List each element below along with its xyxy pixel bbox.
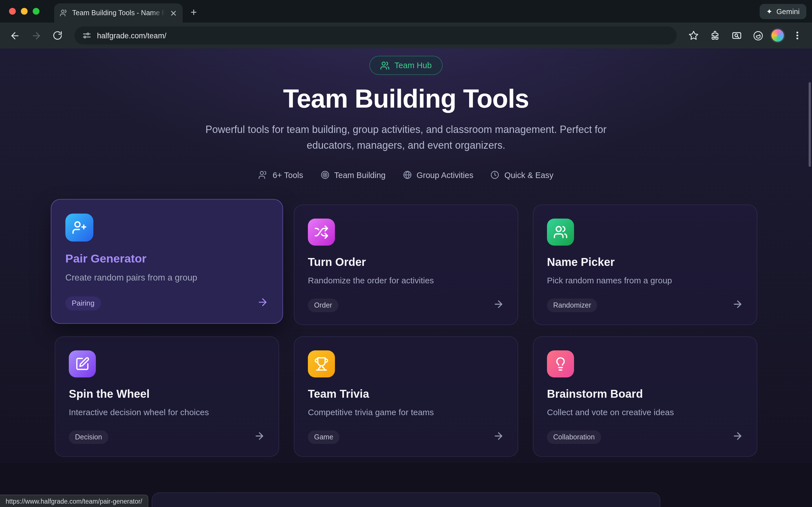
browser-tab[interactable]: Team Building Tools - Name P ✕ [54, 3, 183, 22]
card-description: Competitive trivia game for teams [308, 407, 504, 417]
arrow-right-icon [493, 298, 504, 312]
feature-row: 6+ Tools Team Building Group Activities … [0, 170, 812, 180]
card-description: Create random pairs from a group [65, 272, 268, 282]
card-tag: Decision [69, 431, 108, 444]
browser-window: Team Building Tools - Name P ✕ + ✦ Gemin… [0, 0, 812, 507]
card-tag: Order [308, 298, 338, 312]
reload-button[interactable] [49, 26, 66, 45]
card-tag: Game [308, 431, 340, 444]
close-window-button[interactable] [9, 8, 16, 15]
trophy-icon [308, 350, 335, 378]
address-bar[interactable]: halfgrade.com/team/ [74, 26, 677, 45]
sparkle-icon: ✦ [766, 7, 772, 16]
card-title: Name Picker [547, 256, 743, 269]
browser-menu-icon[interactable] [788, 26, 806, 45]
card-pair-generator[interactable]: Pair Generator Create random pairs from … [51, 199, 283, 324]
window-controls [9, 8, 40, 15]
arrow-right-icon [732, 431, 743, 444]
feature-label: Group Activities [416, 170, 473, 179]
globe-icon [402, 170, 412, 180]
card-turn-order[interactable]: Turn Order Randomize the order for activ… [294, 205, 518, 325]
card-tag: Collaboration [547, 431, 601, 444]
feature-label: Team Building [334, 170, 386, 179]
shuffle-icon [308, 219, 335, 245]
users-icon [547, 219, 574, 245]
back-button[interactable] [6, 26, 24, 45]
tab-strip: Team Building Tools - Name P ✕ + ✦ Gemin… [0, 0, 812, 22]
zoom-window-button[interactable] [33, 8, 40, 15]
team-hub-badge: Team Hub [370, 56, 442, 75]
target-icon [320, 170, 329, 180]
card-tag: Pairing [65, 296, 101, 311]
card-spin-the-wheel[interactable]: Spin the Wheel Interactive decision whee… [55, 336, 279, 457]
hero-section: Team Hub Team Building Tools Powerful to… [0, 48, 812, 180]
page-title: Team Building Tools [0, 83, 812, 114]
card-description: Interactive decision wheel for choices [69, 407, 265, 417]
card-description: Randomize the order for activities [308, 276, 504, 285]
tab-search-icon[interactable] [727, 26, 746, 45]
browser-toolbar: halfgrade.com/team/ [0, 22, 812, 48]
forward-button[interactable] [27, 26, 45, 45]
status-link-preview: https://www.halfgrade.com/team/pair-gene… [0, 495, 149, 507]
card-description: Pick random names from a group [547, 276, 743, 285]
url-text: halfgrade.com/team/ [97, 31, 166, 40]
eco-extension-icon[interactable] [749, 26, 767, 45]
badge-label: Team Hub [395, 61, 432, 70]
feature-team-building: Team Building [320, 170, 386, 180]
card-title: Pair Generator [65, 252, 268, 266]
gemini-button[interactable]: ✦ Gemini [760, 4, 806, 19]
clock-icon [490, 170, 500, 180]
page-subtitle: Powerful tools for team building, group … [183, 122, 629, 153]
arrow-right-icon [254, 431, 265, 444]
feature-quick-easy: Quick & Easy [490, 170, 553, 180]
site-settings-icon[interactable] [82, 31, 91, 40]
card-title: Team Trivia [308, 388, 504, 400]
user-plus-icon [65, 214, 93, 241]
card-name-picker[interactable]: Name Picker Pick random names from a gro… [533, 205, 757, 325]
tab-title: Team Building Tools - Name P [72, 9, 165, 17]
feature-label: 6+ Tools [273, 170, 303, 179]
card-team-trivia[interactable]: Team Trivia Competitive trivia game for … [294, 336, 518, 457]
feature-group-activities: Group Activities [402, 170, 473, 180]
arrow-right-icon [493, 431, 504, 444]
feature-tools: 6+ Tools [259, 170, 303, 180]
extensions-puzzle-icon[interactable] [706, 26, 724, 45]
card-title: Spin the Wheel [69, 388, 265, 400]
new-tab-button[interactable]: + [191, 6, 197, 18]
next-section-panel [152, 492, 660, 507]
tab-close-icon[interactable]: ✕ [170, 9, 177, 17]
card-description: Collect and vote on creative ideas [547, 407, 743, 417]
tools-grid: Pair Generator Create random pairs from … [55, 205, 757, 457]
lightbulb-icon [547, 350, 574, 378]
gemini-label: Gemini [776, 7, 800, 16]
page-content: Team Hub Team Building Tools Powerful to… [0, 48, 812, 507]
profile-avatar[interactable] [770, 28, 785, 43]
card-tag: Randomizer [547, 298, 598, 312]
pen-square-icon [69, 350, 96, 378]
card-title: Turn Order [308, 256, 504, 269]
card-brainstorm-board[interactable]: Brainstorm Board Collect and vote on cre… [533, 336, 757, 457]
minimize-window-button[interactable] [21, 8, 28, 15]
bookmark-star-icon[interactable] [684, 26, 703, 45]
feature-label: Quick & Easy [504, 170, 553, 179]
arrow-right-icon [257, 296, 268, 311]
tab-favicon [60, 9, 68, 17]
scrollbar-thumb[interactable] [809, 82, 811, 167]
arrow-right-icon [732, 298, 743, 312]
users-icon [380, 61, 390, 70]
users-icon [259, 170, 268, 180]
card-title: Brainstorm Board [547, 388, 743, 400]
